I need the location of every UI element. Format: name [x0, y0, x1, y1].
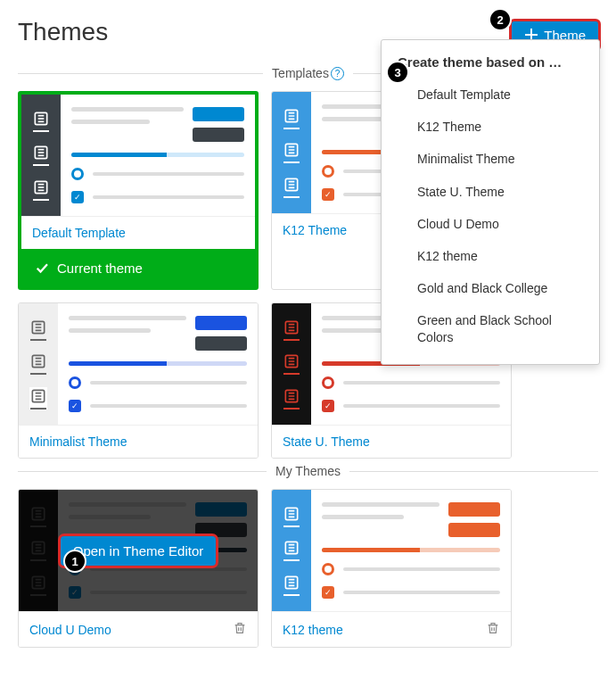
dropdown-item[interactable]: Cloud U Demo — [382, 208, 599, 240]
theme-name: State U. Theme — [283, 434, 370, 449]
dropdown-item[interactable]: K12 theme — [382, 240, 599, 272]
nav-icon — [29, 387, 47, 410]
theme-name: Cloud U Demo — [29, 623, 111, 637]
dropdown-item[interactable]: Gold and Black College — [382, 272, 599, 304]
annotation-marker-3: 3 — [386, 61, 409, 84]
nav-icon — [32, 178, 50, 201]
help-icon[interactable]: ? — [331, 67, 344, 80]
dropdown-item[interactable]: Green and Black School Colors — [382, 304, 599, 352]
nav-icon — [283, 387, 300, 410]
nav-icon — [283, 141, 300, 163]
nav-icon — [283, 539, 300, 561]
nav-icon — [283, 505, 300, 527]
theme-card[interactable]: ✓ Minimalist Theme — [18, 302, 259, 459]
theme-name: Default Template — [32, 226, 126, 240]
nav-icon — [283, 319, 300, 341]
nav-icon — [32, 110, 50, 132]
current-theme-label: Current theme — [21, 249, 255, 286]
create-theme-dropdown: Create theme based on … Default Template… — [381, 39, 600, 365]
dropdown-item[interactable]: Minimalist Theme — [382, 143, 599, 175]
theme-card[interactable]: ✓ 1 Open in Theme Editor Cloud U Demo — [18, 489, 259, 648]
theme-card[interactable]: ✓ K12 theme — [271, 489, 512, 648]
dropdown-title: Create theme based on … — [382, 51, 599, 79]
card-overlay: 1 Open in Theme Editor — [19, 490, 258, 611]
theme-card[interactable]: ✓ Default Template Current theme — [18, 91, 259, 290]
page-title: Themes — [18, 18, 108, 46]
nav-icon — [283, 352, 300, 375]
nav-icon — [283, 574, 300, 596]
my-themes-grid: ✓ 1 Open in Theme Editor Cloud U Demo — [18, 489, 598, 648]
dropdown-item[interactable]: K12 Theme — [382, 111, 599, 143]
nav-icon — [32, 144, 50, 166]
nav-icon — [283, 176, 300, 198]
theme-name: K12 theme — [283, 623, 343, 637]
theme-name: K12 Theme — [283, 223, 347, 237]
delete-icon[interactable] — [233, 621, 247, 638]
annotation-marker-1: 1 — [63, 550, 86, 573]
nav-icon — [283, 107, 300, 129]
nav-icon — [29, 319, 47, 341]
nav-icon — [29, 352, 47, 375]
dropdown-item[interactable]: State U. Theme — [382, 176, 599, 208]
annotation-marker-2: 2 — [489, 8, 512, 31]
delete-icon[interactable] — [486, 621, 500, 638]
my-themes-section-label: My Themes — [18, 464, 598, 478]
dropdown-item[interactable]: Default Template — [382, 79, 599, 111]
theme-name: Minimalist Theme — [29, 434, 127, 449]
